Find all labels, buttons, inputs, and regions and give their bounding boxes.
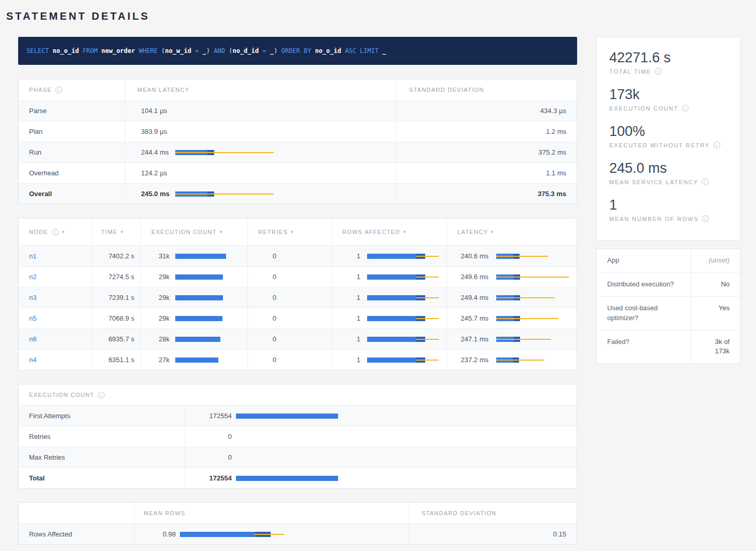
stat-value: 1: [609, 197, 727, 213]
sql-token: ORDER BY: [281, 47, 315, 54]
execution-count-value: 0: [185, 453, 232, 461]
info-icon[interactable]: i: [655, 68, 662, 75]
bar-chart: [367, 274, 439, 280]
mean-rows-cell: 0.98: [134, 524, 409, 544]
summary-stat: 245.0 msMEAN SERVICE LATENCYi: [609, 160, 727, 185]
phase-table-row: Plan383.9 µs1.2 ms: [19, 121, 577, 142]
bar-mean: [236, 476, 338, 481]
node-link[interactable]: n5: [29, 314, 36, 322]
node-link[interactable]: n3: [29, 294, 36, 301]
sort-arrow-icon[interactable]: ▾: [291, 229, 294, 235]
bar-stddev-line: [496, 339, 551, 340]
rows-affected-row: Rows Affected0.980.15: [19, 524, 577, 544]
info-icon[interactable]: i: [702, 215, 709, 222]
execution-count-cell: 31k: [141, 246, 247, 266]
rows-affected-header: MEAN ROWS STANDARD DEVIATION: [19, 503, 577, 524]
bar-chart: [175, 191, 274, 197]
header-label: STANDARD DEVIATION: [409, 87, 484, 93]
sql-token: no_o_id: [53, 47, 83, 54]
bar-stddev-line: [175, 194, 274, 195]
mean-rows-value: 0.98: [135, 530, 176, 538]
execution-count-value: 172554: [185, 474, 232, 482]
bar-chart: [175, 254, 226, 259]
detail-row: Used cost-based optimizer?Yes: [597, 296, 740, 330]
rows-affected-table: MEAN ROWS STANDARD DEVIATION Rows Affect…: [18, 502, 577, 545]
latency-value: 247.1 ms: [447, 335, 488, 343]
info-icon[interactable]: i: [713, 142, 720, 148]
sort-arrow-icon[interactable]: ▾: [491, 229, 494, 235]
statement-details-card: App(unset)Distributed execution?NoUsed c…: [596, 249, 740, 364]
info-icon[interactable]: i: [52, 229, 59, 236]
latency-cell: 237.2 ms: [446, 350, 577, 370]
bar-stddev-line: [416, 318, 439, 319]
bar-chart: [236, 476, 338, 481]
mean-latency-cell: 124.2 µs: [125, 163, 396, 183]
mean-rows-column-header: MEAN ROWS: [134, 503, 409, 524]
node-cell: n5: [19, 308, 91, 328]
bar-chart: [236, 414, 338, 419]
execution-count-value: 29k: [141, 273, 170, 281]
execution-count-body: First Attempts172554Retries0Max Retries0…: [19, 405, 577, 488]
node-cell: n1: [19, 246, 91, 266]
std-dev-value: 0.15: [409, 524, 577, 544]
node-link[interactable]: n2: [29, 273, 36, 281]
retries-value: 0: [248, 314, 276, 322]
execution-count-row: Total172554: [19, 467, 577, 488]
sort-arrow-icon[interactable]: ▾: [403, 229, 407, 235]
bar-mean: [175, 254, 226, 259]
sql-token: no_w_id: [165, 47, 191, 54]
bar-stddev-line: [175, 152, 274, 153]
column-header-retries: RETRIES▾: [247, 218, 331, 245]
execution-count-table: EXECUTION COUNT i First Attempts172554Re…: [18, 384, 577, 489]
rows-affected-cell: 1: [331, 267, 446, 287]
sort-arrow-icon[interactable]: ▾: [62, 229, 65, 235]
node-cell: n2: [19, 267, 91, 287]
column-header-rows-affected: ROWS AFFECTED▾: [331, 218, 446, 245]
info-icon[interactable]: i: [98, 392, 105, 398]
execution-count-cell: 29k: [141, 308, 247, 328]
rows-affected-value: 1: [332, 314, 360, 322]
bar-chart: [496, 274, 569, 280]
sql-token: WHERE: [139, 47, 161, 54]
latency-cell: 245.7 ms: [446, 308, 577, 328]
bar-stddev-line: [496, 318, 558, 319]
latency-value: 240.6 ms: [447, 252, 488, 260]
execution-count-cell: 29k: [141, 267, 247, 287]
sort-arrow-icon[interactable]: ▾: [120, 229, 123, 235]
detail-value-text: (unset): [709, 256, 730, 266]
detail-value-text: Yes: [719, 304, 730, 313]
latency-value: 249.4 ms: [447, 294, 488, 301]
info-icon[interactable]: i: [55, 87, 62, 93]
retries-cell: 0: [247, 267, 331, 287]
detail-value-text: No: [721, 280, 730, 290]
mean-latency-cell: 245.0 ms: [125, 184, 396, 204]
sort-arrow-icon[interactable]: ▾: [220, 229, 223, 235]
rows-affected-value: 1: [332, 273, 360, 281]
detail-label: App: [597, 249, 691, 272]
phase-name: Run: [19, 142, 125, 162]
node-link[interactable]: n6: [29, 335, 36, 343]
phase-table-body: Parse104.1 µs434.3 µsPlan383.9 µs1.2 msR…: [19, 100, 577, 204]
sql-token: _: [270, 47, 274, 54]
stat-label: MEAN NUMBER OF ROWSi: [609, 215, 727, 222]
detail-value: 3k of 173k: [691, 330, 740, 364]
bar-stddev-line: [496, 297, 555, 298]
info-icon[interactable]: i: [702, 178, 709, 185]
bar-chart: [496, 337, 551, 342]
node-table-body: n17402.2 s31k01240.6 msn27274.5 s29k0124…: [19, 245, 577, 370]
execution-count-label: Max Retries: [19, 447, 185, 467]
bar-chart: [175, 274, 223, 280]
retries-cell: 0: [247, 308, 331, 328]
rows-affected-value: 1: [332, 252, 360, 260]
node-link[interactable]: n1: [29, 252, 36, 260]
node-link[interactable]: n4: [29, 356, 36, 364]
phase-table-row: Overhead124.2 µs1.1 ms: [19, 162, 577, 183]
bar-chart: [367, 254, 439, 259]
stat-label: EXECUTION COUNTi: [609, 105, 727, 112]
phase-column-header: PHASE i: [19, 79, 125, 100]
std-dev-column-header: STANDARD DEVIATION: [396, 79, 577, 100]
retries-cell: 0: [247, 246, 331, 266]
node-table-header: NODEi▾TIME▾EXECUTION COUNT▾RETRIES▾ROWS …: [19, 218, 577, 245]
sidebar: 42271.6 sTOTAL TIMEi173kEXECUTION COUNTi…: [596, 37, 740, 364]
info-icon[interactable]: i: [682, 105, 689, 112]
